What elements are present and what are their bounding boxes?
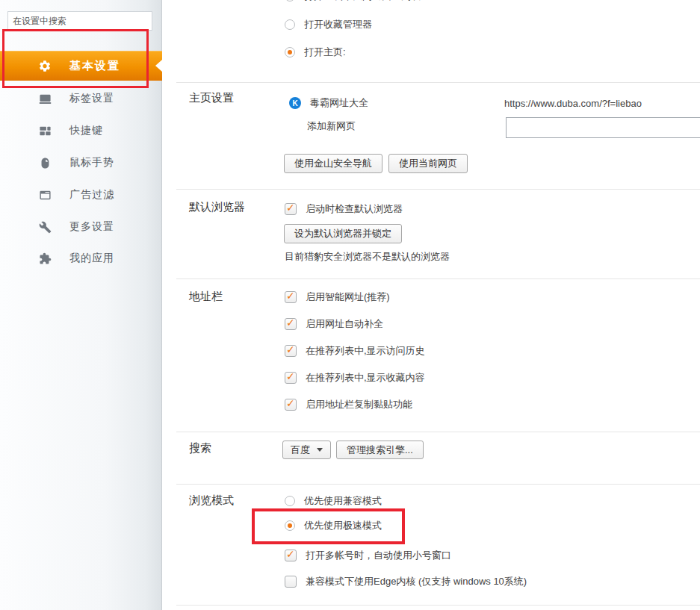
sidebar-item-label: 更多设置: [69, 220, 114, 234]
radio-row-compat-mode: 优先使用兼容模式: [285, 495, 382, 507]
sidebar-item-mouse-gestures[interactable]: 鼠标手势: [0, 147, 161, 178]
checkbox-label: 兼容模式下使用Edge内核 (仅支持 windows 10系统): [306, 575, 527, 588]
tiles-icon: [38, 124, 52, 137]
radio-label: 打开主页:: [304, 46, 346, 59]
add-page-row: 添加新网页: [307, 120, 356, 132]
divider: [176, 278, 700, 279]
checkbox-show-favorites[interactable]: [285, 372, 297, 384]
sidebar: 基本设置 标签设置 快捷键 鼠标手势 广告过滤: [0, 0, 162, 610]
manage-engines-button[interactable]: 管理搜索引擎...: [336, 441, 424, 459]
checkbox-label: 启动时检查默认浏览器: [306, 202, 403, 216]
sidebar-item-basic-settings[interactable]: 基本设置: [0, 51, 162, 81]
checkbox-label: 启用智能网址(推荐): [306, 290, 390, 304]
checkbox-label: 启用地址栏复制黏贴功能: [306, 398, 412, 411]
checkbox-url-autocomplete[interactable]: [285, 318, 297, 330]
default-browser-status: 目前猎豹安全浏览器不是默认的浏览器: [285, 250, 450, 264]
section-title-default-browser: 默认浏览器: [189, 200, 245, 214]
search-engine-dropdown[interactable]: 百度: [282, 441, 331, 459]
radio-open-homepage[interactable]: [285, 47, 295, 57]
settings-page: 基本设置 标签设置 快捷键 鼠标手势 广告过滤: [0, 0, 700, 610]
checkbox-multi-account-window[interactable]: [285, 550, 297, 561]
search-engine-row: 百度 管理搜索引擎...: [282, 441, 424, 459]
checkbox-row-smart-url: 启用智能网址(推荐): [285, 291, 390, 303]
radio-row-favorites: 打开收藏管理器: [285, 19, 372, 31]
radio-favorites-manager[interactable]: [285, 19, 295, 30]
use-current-page-button[interactable]: 使用当前网页: [388, 154, 468, 173]
sidebar-item-label: 基本设置: [69, 59, 120, 73]
section-title-address-bar: 地址栏: [189, 290, 223, 304]
puzzle-icon: [38, 252, 52, 265]
settings-content: 打开上次未关闭的页面列表 打开收藏管理器 打开主页: 主页设置 K 毒霸网址大全…: [162, 0, 700, 610]
divider: [176, 432, 700, 432]
homepage-url-text: https://www.duba.com/?f=liebao: [504, 98, 642, 109]
checkbox-row-copy-paste: 启用地址栏复制黏贴功能: [285, 399, 412, 411]
divider: [176, 484, 700, 485]
radio-last-session[interactable]: [285, 0, 295, 1]
set-default-row: 设为默认浏览器并锁定: [284, 224, 402, 243]
homepage-site-name: 毒霸网址大全: [310, 96, 368, 110]
checkbox-copy-paste[interactable]: [285, 399, 297, 411]
sidebar-item-ad-filter[interactable]: 广告过滤: [0, 179, 161, 211]
checkbox-smart-url[interactable]: [285, 291, 297, 303]
sidebar-item-my-apps[interactable]: 我的应用: [0, 243, 161, 274]
chevron-down-icon: [317, 448, 323, 452]
sidebar-item-label: 鼠标手势: [69, 156, 114, 169]
sidebar-item-more-settings[interactable]: 更多设置: [0, 211, 161, 243]
radio-compat-mode[interactable]: [285, 496, 295, 506]
radio-row-homepage: 打开主页:: [285, 46, 346, 58]
checkbox-edge-kernel[interactable]: [285, 576, 297, 588]
tabs-icon: [38, 92, 52, 105]
radio-fast-mode[interactable]: [285, 520, 295, 531]
duba-logo-icon: K: [289, 97, 301, 109]
radio-label: 打开上次未关闭的页面列表: [304, 0, 421, 3]
sidebar-item-label: 快捷键: [69, 124, 103, 137]
mouse-icon: [38, 156, 52, 169]
add-page-label: 添加新网页: [307, 119, 356, 133]
radio-label: 打开收藏管理器: [304, 18, 372, 31]
checkbox-row-autocomplete: 启用网址自动补全: [285, 318, 383, 330]
checkbox-row-show-history: 在推荐列表中,显示访问历史: [285, 345, 425, 357]
checkbox-check-default-on-startup[interactable]: [285, 203, 297, 215]
checkbox-row-check-default: 启动时检查默认浏览器: [285, 203, 403, 215]
divider: [176, 82, 700, 83]
sidebar-item-shortcuts[interactable]: 快捷键: [0, 115, 161, 146]
use-safe-nav-button[interactable]: 使用金山安全导航: [284, 154, 382, 173]
search-engine-value: 百度: [291, 444, 310, 457]
checkbox-row-multi-account: 打开多帐号时，自动使用小号窗口: [285, 550, 451, 561]
sidebar-item-label: 标签设置: [69, 92, 114, 105]
radio-row-fast-mode: 优先使用极速模式: [285, 520, 382, 532]
section-title-browse-mode: 浏览模式: [189, 494, 234, 508]
radio-label: 优先使用兼容模式: [304, 494, 382, 508]
set-default-browser-button[interactable]: 设为默认浏览器并锁定: [284, 224, 402, 243]
selected-notch: [155, 60, 162, 72]
checkbox-label: 在推荐列表中,显示访问历史: [306, 344, 425, 358]
radio-row-last-session: 打开上次未关闭的页面列表: [285, 0, 421, 2]
browser-window-icon: [38, 188, 52, 202]
checkbox-label: 启用网址自动补全: [306, 317, 383, 331]
new-page-url-input[interactable]: [506, 117, 700, 138]
gear-icon: [38, 59, 52, 72]
section-title-homepage: 主页设置: [189, 91, 234, 105]
wrench-icon: [38, 220, 52, 234]
homepage-buttons-row: 使用金山安全导航 使用当前网页: [284, 154, 468, 173]
search-input[interactable]: [7, 11, 152, 31]
divider: [176, 605, 700, 606]
checkbox-row-edge-kernel: 兼容模式下使用Edge内核 (仅支持 windows 10系统): [285, 576, 527, 588]
checkbox-row-show-favorites: 在推荐列表中,显示收藏内容: [285, 372, 425, 384]
checkbox-label: 打开多帐号时，自动使用小号窗口: [306, 549, 451, 562]
sidebar-item-label: 我的应用: [69, 252, 114, 265]
checkbox-label: 在推荐列表中,显示收藏内容: [306, 371, 425, 385]
sidebar-item-label: 广告过滤: [69, 188, 114, 202]
checkbox-show-history[interactable]: [285, 345, 297, 357]
sidebar-item-tab-settings[interactable]: 标签设置: [0, 83, 161, 114]
section-title-search: 搜索: [189, 441, 211, 455]
divider: [176, 189, 700, 190]
homepage-site-row: K 毒霸网址大全: [289, 97, 368, 109]
radio-label: 优先使用极速模式: [304, 519, 382, 532]
